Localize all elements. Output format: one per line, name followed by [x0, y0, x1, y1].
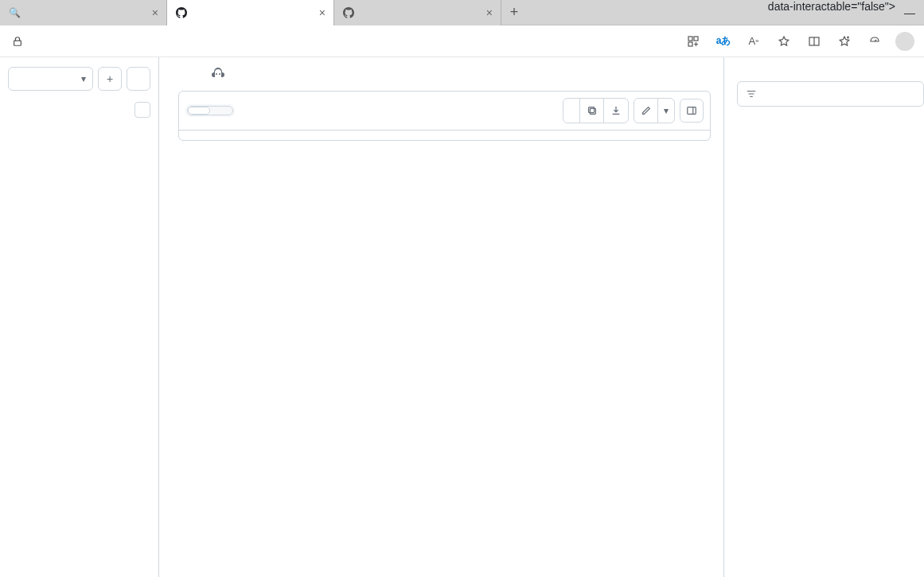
lock-icon[interactable] [6, 30, 29, 53]
close-icon[interactable]: × [319, 6, 326, 19]
text-size-icon[interactable]: A» [741, 29, 766, 54]
close-icon[interactable]: × [486, 6, 493, 19]
add-file-button[interactable]: + [98, 67, 122, 91]
browser-tab[interactable]: × [334, 0, 501, 25]
minimize-button[interactable]: — [895, 0, 924, 25]
new-tab-button[interactable]: + [501, 0, 527, 25]
file-filter[interactable] [8, 102, 150, 118]
collections-icon[interactable] [832, 29, 857, 54]
symbols-panel [723, 57, 924, 577]
file-meta [178, 57, 711, 91]
source-code[interactable] [227, 131, 710, 140]
code-toolbar: ▾ [179, 92, 710, 131]
split-icon[interactable] [801, 29, 827, 54]
svg-rect-12 [588, 107, 594, 113]
raw-group [563, 98, 629, 123]
apps-icon[interactable] [680, 29, 706, 54]
svg-rect-0 [14, 41, 21, 45]
search-files-button[interactable] [127, 67, 150, 91]
svg-point-10 [219, 73, 220, 75]
symbols-filter[interactable] [737, 81, 924, 107]
download-button[interactable] [604, 99, 628, 123]
github-icon [342, 6, 355, 19]
browser-tab[interactable]: × [167, 0, 334, 25]
close-icon[interactable]: × [152, 6, 158, 19]
svg-rect-1 [688, 37, 692, 41]
browser-tab[interactable]: 🔍 × [0, 0, 167, 25]
svg-rect-11 [590, 108, 595, 114]
svg-rect-2 [694, 37, 698, 41]
github-icon [175, 6, 188, 19]
symbols-toggle-button[interactable] [680, 99, 704, 123]
svg-rect-13 [688, 107, 696, 115]
line-gutter [179, 131, 227, 140]
file-tree-panel: ▾ + [0, 57, 159, 577]
filter-icon [746, 88, 757, 99]
copilot-promo[interactable] [212, 67, 231, 81]
edit-group: ▾ [634, 98, 675, 123]
branch-select[interactable]: ▾ [8, 67, 93, 91]
tab-blame[interactable] [210, 107, 232, 115]
copy-button[interactable] [580, 99, 604, 123]
svg-rect-3 [688, 42, 692, 46]
copilot-icon [212, 67, 226, 81]
raw-button[interactable] [563, 99, 580, 123]
edit-dropdown[interactable]: ▾ [658, 99, 674, 123]
favorite-icon[interactable] [771, 29, 797, 54]
svg-point-9 [216, 73, 217, 75]
profile-icon[interactable] [892, 29, 918, 54]
code-container: ▾ [178, 91, 711, 141]
edit-button[interactable] [634, 99, 658, 123]
main-panel: ▾ [159, 57, 723, 577]
translate-icon[interactable]: aあ [711, 29, 736, 54]
code-body[interactable] [179, 131, 710, 140]
performance-icon[interactable] [862, 29, 887, 54]
page-body: ▾ + [0, 57, 924, 577]
address-bar: aあ A» [0, 25, 924, 57]
browser-tab-strip: 🔍 × × × + data-interactable="false"> — [0, 0, 924, 25]
tab-code[interactable] [188, 107, 210, 115]
tab-favicon: 🔍 [8, 6, 21, 19]
